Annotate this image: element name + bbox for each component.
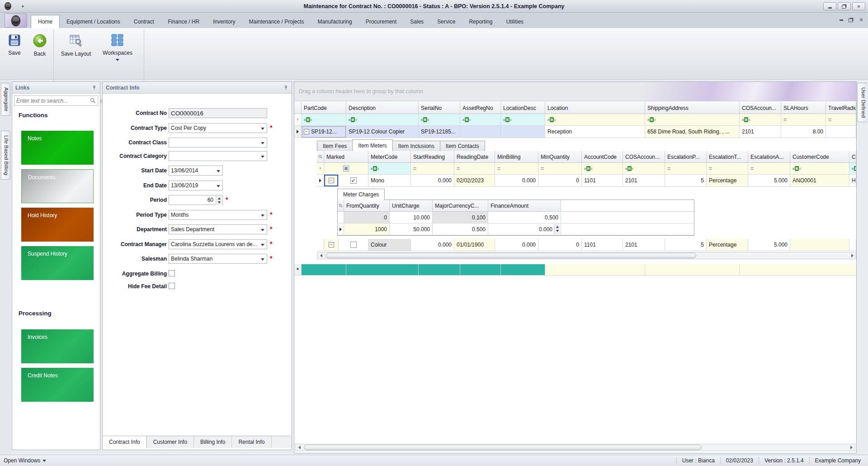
scroll-right-icon[interactable] [849, 252, 856, 259]
column-header-customercode[interactable]: CustomerCode [790, 151, 849, 163]
cell-escalationt[interactable]: Percentage [707, 175, 748, 187]
notes-button[interactable]: Notes [21, 131, 94, 165]
column-header-partcode[interactable]: PartCode [302, 102, 346, 114]
cell-customer2[interactable]: Hea [849, 175, 856, 187]
column-header-location[interactable]: Location [545, 102, 645, 114]
filter-cell-minbilling[interactable]: = [495, 163, 538, 175]
marked-checkbox-unchecked[interactable] [350, 242, 357, 248]
cell-startreading[interactable]: 0.000 [411, 175, 454, 187]
credit-notes-button[interactable]: Credit Notes [21, 368, 94, 402]
cell-escalationt[interactable]: Percentage [707, 239, 748, 251]
meter-charge-row[interactable]: 1000 50.000 0.500 0.000 [338, 223, 694, 235]
meters-search-icon[interactable] [317, 151, 324, 163]
ribbon-tab-reporting[interactable]: Reporting [462, 15, 499, 28]
spinner-buttons[interactable] [216, 196, 222, 205]
cell-escalationp[interactable]: 5 [665, 239, 707, 251]
aggregate-billing-checkbox[interactable] [169, 270, 175, 276]
meter-row-colour[interactable]: + Colour 0.000 01/01/1900 0.000 0 1101 2… [317, 239, 856, 251]
cell-minquantity[interactable]: 0 [538, 239, 582, 251]
filter-cell-cosaccount[interactable]: aBc [740, 114, 781, 126]
start-date-picker[interactable]: 13/06/2014 [169, 166, 223, 176]
column-header-readingdate[interactable]: ReadingDate [454, 151, 495, 163]
tab-billing-info[interactable]: Billing Info [194, 436, 232, 448]
cell-startreading[interactable]: 0.000 [411, 239, 454, 251]
column-header-escalationp[interactable]: EscalationP... [665, 151, 707, 163]
filter-cell-escalationt[interactable]: = [707, 163, 748, 175]
scrollbar-thumb[interactable] [326, 253, 696, 258]
cell-escalationp[interactable]: 5 [665, 175, 707, 187]
save-button[interactable]: Save [2, 31, 27, 72]
contract-manager-combo[interactable]: Carolina Suzzetta Lourens van de... [169, 239, 267, 249]
column-header-slahours[interactable]: SLAHours [781, 102, 826, 114]
column-header-accountcode[interactable]: AccountCode [582, 151, 623, 163]
cell-marked[interactable]: ✓ [339, 175, 368, 187]
invoices-button[interactable]: Invoices [21, 329, 94, 363]
filter-cell-accountcode[interactable]: aBc [582, 163, 623, 175]
new-cell-location[interactable] [545, 264, 645, 276]
cell-partcode[interactable]: − SP19-12... [302, 126, 346, 138]
column-header-locationdesc[interactable]: LocationDesc [501, 102, 545, 114]
save-layout-button[interactable]: Save Layout [58, 31, 94, 72]
cell-financeamount[interactable]: 0.500 [488, 212, 561, 223]
contract-no-field[interactable] [169, 108, 267, 118]
cell-readingdate[interactable]: 01/01/1900 [454, 239, 495, 251]
new-cell-serialno[interactable] [419, 264, 460, 276]
mdi-restore-icon[interactable] [849, 19, 853, 22]
suspend-history-button[interactable]: Suspend History [21, 246, 94, 280]
cell-majorcurrency[interactable]: 0.500 [433, 223, 488, 235]
meter-row-mono[interactable]: − ✓ Mono 0.000 02/02/2023 0.000 0 1101 2… [317, 175, 856, 187]
end-date-picker[interactable]: 13/06/2019 [169, 181, 223, 190]
equipment-row[interactable]: − SP19-12... SP19-12 Colour Copier SP19-… [294, 126, 856, 138]
close-button[interactable]: ✕ [852, 2, 865, 10]
new-cell-shippingaddress[interactable] [645, 264, 740, 276]
meter-charges-search-icon[interactable] [338, 200, 344, 212]
mdi-close-icon[interactable]: ✕ [859, 17, 863, 23]
scroll-left-icon[interactable] [317, 252, 325, 259]
filter-cell-serialno[interactable]: aBc [419, 114, 460, 126]
cell-unitcharge[interactable]: 10.000 [390, 212, 433, 223]
column-header-minquantity[interactable]: MinQuantity [538, 151, 582, 163]
new-cell-locationdesc[interactable] [501, 264, 545, 276]
column-header-metercode[interactable]: MeterCode [368, 151, 411, 163]
cell-minbilling[interactable]: 0.000 [495, 175, 538, 187]
links-search-input[interactable] [14, 98, 90, 104]
scrollbar-track[interactable] [325, 252, 849, 259]
column-header-fromquantity[interactable]: FromQuantity [344, 200, 390, 212]
contract-category-combo[interactable] [169, 151, 267, 161]
cell-customercode[interactable] [790, 239, 849, 251]
new-cell-description[interactable] [346, 264, 419, 276]
filter-cell-partcode[interactable]: aBc [302, 114, 346, 126]
minimize-button[interactable] [823, 2, 836, 10]
cell-serialno[interactable]: SP19-12185... [419, 126, 460, 138]
tab-item-inclusions[interactable]: Item Inclusions [393, 141, 440, 152]
mdi-minimize-icon[interactable] [840, 19, 843, 21]
column-header-description[interactable]: Description [346, 102, 419, 114]
cell-fromquantity[interactable]: 0 [344, 212, 390, 223]
dock-tab-user-defined[interactable]: User Defined [857, 83, 867, 122]
filter-cell-escalationp[interactable]: = [665, 163, 707, 175]
cell-cosaccount[interactable]: 2101 [740, 126, 781, 138]
ribbon-tab-utilities[interactable]: Utilities [499, 15, 530, 28]
ribbon-tab-inventory[interactable]: Inventory [206, 15, 242, 28]
ribbon-tab-sales[interactable]: Sales [403, 15, 430, 28]
filter-cell-travelradius[interactable]: = [826, 114, 856, 126]
column-header-marked[interactable]: Marked [324, 151, 368, 163]
dock-tab-aggregate[interactable]: Aggregate [1, 83, 10, 116]
tab-item-contacts[interactable]: Item Contacts [440, 141, 485, 152]
column-header-escalationa[interactable]: EscalationA... [748, 151, 790, 163]
cell-escalationa[interactable]: 5.000 [748, 239, 790, 251]
column-header-shippingaddress[interactable]: ShippingAddress [645, 102, 740, 114]
tab-customer-info[interactable]: Customer Info [147, 436, 194, 448]
cell-minquantity[interactable]: 0 [538, 175, 582, 187]
cell-financeamount-editor[interactable]: 0.000 [488, 223, 561, 235]
group-by-bar[interactable]: Drag a column header here to group by th… [294, 82, 856, 101]
cell-marked[interactable] [339, 239, 368, 251]
department-combo[interactable]: Sales Department [169, 224, 267, 234]
meters-horizontal-scrollbar[interactable] [317, 252, 856, 259]
filter-cell-metercode[interactable]: aBc [368, 163, 411, 175]
ribbon-tab-procurement[interactable]: Procurement [359, 15, 404, 28]
filter-cell-startreading[interactable]: = [411, 163, 454, 175]
filter-cell-customercode[interactable]: aBc [790, 163, 849, 175]
cell-metercode[interactable]: Colour [368, 239, 411, 251]
cell-description[interactable]: SP19-12 Colour Copier [346, 126, 419, 138]
